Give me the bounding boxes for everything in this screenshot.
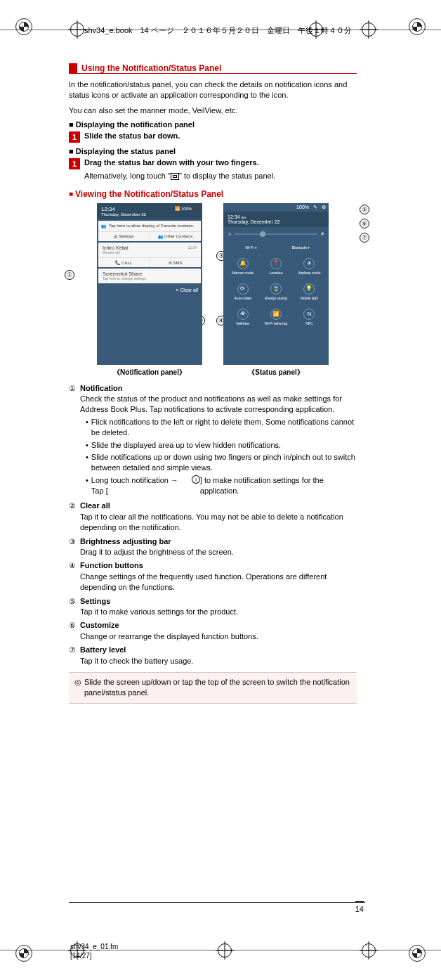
brightness-high-icon: ☀: [320, 231, 324, 237]
list-item: ⑦Battery levelTap it to check the batter…: [69, 645, 357, 666]
step-1a: 1 Slide the status bar down.: [69, 131, 357, 143]
registration-mark-icon: [15, 945, 32, 962]
page-header-meta: shv34_e.book 14 ページ ２０１６年５月２０日 金曜日 午後１時４…: [84, 25, 352, 36]
list-item: ①NotificationCheck the status of the pro…: [69, 383, 357, 498]
subsection-heading: ■ Displaying the notification panel: [69, 120, 357, 129]
customize-icon: ✎: [313, 205, 317, 210]
list-item: ③Brightness adjusting barDrag it to adju…: [69, 536, 357, 558]
red-heading: Viewing the Notification/Status Panel: [75, 189, 223, 199]
crop-target-icon: [218, 943, 232, 958]
panel-a-caption: 《Notification panel》: [97, 368, 202, 378]
notification-panel-screenshot: 12:34 Thursday, December 22 📶 100% ⬛ 👥Ta…: [97, 203, 202, 365]
list-item: ②Clear allTap it to clear all the notifi…: [69, 501, 357, 533]
list-item: ④Function buttonsChange settings of the …: [69, 560, 357, 593]
brightness-low-icon: ☼: [228, 231, 232, 236]
crop-target-icon: [70, 22, 84, 37]
note-icon: ◎: [74, 677, 81, 699]
note-box: ◎ Slide the screen up/down or tap the to…: [69, 672, 357, 704]
intro-paragraph: In the notification/status panel, you ca…: [69, 79, 357, 101]
section-title: Using the Notification/Status Panel: [69, 63, 357, 74]
callout-6: ⑥: [360, 219, 369, 228]
panel-b-caption: 《Status panel》: [223, 368, 329, 378]
callout-1: ①: [65, 270, 74, 280]
status-panel-screenshot: 100% ✎ ⚙ 12:34 au Thursday, December 22 …: [223, 203, 329, 365]
registration-mark-icon: [15, 18, 32, 35]
registration-mark-icon: [409, 18, 426, 35]
clear-all-button: × Clear all: [97, 285, 202, 295]
gear-icon: ⚙: [322, 205, 326, 210]
crop-target-icon: [362, 22, 376, 37]
callout-5: ⑤: [360, 205, 369, 214]
footer-file-info: shv34_e_01.fm [14/27]: [70, 942, 118, 960]
page-number: 14: [355, 901, 364, 913]
callout-7: ⑦: [360, 233, 369, 243]
contacts-icon: 👥: [158, 234, 163, 239]
intro-paragraph-2: You can also set the manner mode, VeilVi…: [69, 105, 357, 116]
gear-icon: ⚙: [114, 234, 117, 239]
step-1b: 1 Drag the status bar down with your two…: [69, 158, 357, 169]
info-icon: i: [192, 475, 200, 484]
list-item: ⑥CustomizeChange or rearrange the displa…: [69, 620, 357, 642]
sms-icon: ✉: [169, 261, 172, 265]
list-item: ⑤SettingsTap it to make various settings…: [69, 596, 357, 618]
step-sub-note: Alternatively, long touch "" to display …: [84, 171, 357, 181]
phone-icon: 📞: [115, 261, 120, 265]
subsection-heading: ■ Displaying the status panel: [69, 147, 357, 155]
red-square-icon: ■: [69, 190, 73, 198]
crop-target-icon: [362, 943, 376, 958]
registration-mark-icon: [409, 945, 426, 962]
recents-icon: [171, 173, 179, 180]
